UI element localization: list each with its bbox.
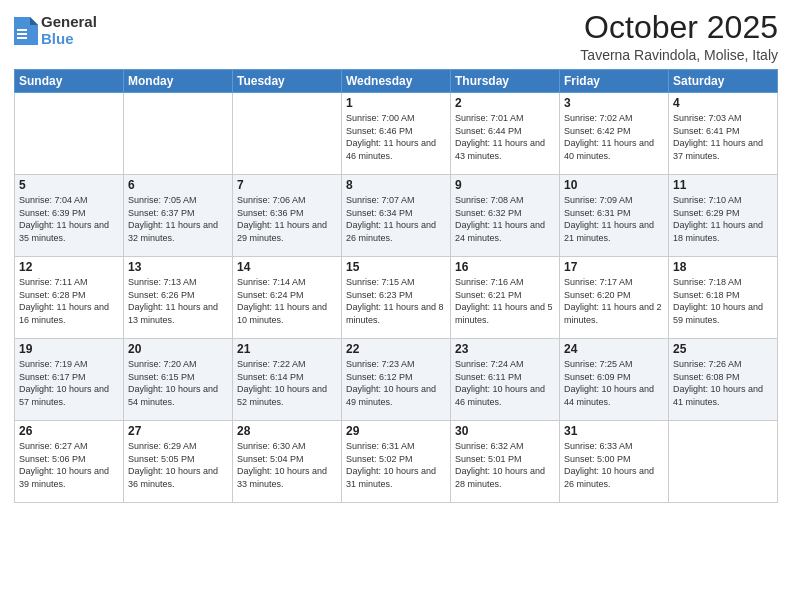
day-info: Sunrise: 6:27 AMSunset: 5:06 PMDaylight:…	[19, 440, 119, 490]
logo: General Blue	[14, 14, 97, 47]
logo-blue-text: Blue	[41, 31, 97, 48]
day-info: Sunrise: 7:23 AMSunset: 6:12 PMDaylight:…	[346, 358, 446, 408]
day-info: Sunrise: 7:04 AMSunset: 6:39 PMDaylight:…	[19, 194, 119, 244]
day-info: Sunrise: 7:05 AMSunset: 6:37 PMDaylight:…	[128, 194, 228, 244]
table-cell: 17Sunrise: 7:17 AMSunset: 6:20 PMDayligh…	[560, 257, 669, 339]
day-number: 2	[455, 96, 555, 110]
col-saturday: Saturday	[669, 70, 778, 93]
day-info: Sunrise: 7:00 AMSunset: 6:46 PMDaylight:…	[346, 112, 446, 162]
table-cell: 19Sunrise: 7:19 AMSunset: 6:17 PMDayligh…	[15, 339, 124, 421]
calendar-row: 19Sunrise: 7:19 AMSunset: 6:17 PMDayligh…	[15, 339, 778, 421]
calendar-row: 1Sunrise: 7:00 AMSunset: 6:46 PMDaylight…	[15, 93, 778, 175]
day-number: 26	[19, 424, 119, 438]
table-cell	[124, 93, 233, 175]
day-number: 15	[346, 260, 446, 274]
day-info: Sunrise: 7:19 AMSunset: 6:17 PMDaylight:…	[19, 358, 119, 408]
day-info: Sunrise: 7:11 AMSunset: 6:28 PMDaylight:…	[19, 276, 119, 326]
day-number: 13	[128, 260, 228, 274]
table-cell: 23Sunrise: 7:24 AMSunset: 6:11 PMDayligh…	[451, 339, 560, 421]
table-cell	[15, 93, 124, 175]
day-number: 19	[19, 342, 119, 356]
day-number: 12	[19, 260, 119, 274]
day-info: Sunrise: 7:26 AMSunset: 6:08 PMDaylight:…	[673, 358, 773, 408]
day-number: 7	[237, 178, 337, 192]
day-info: Sunrise: 7:17 AMSunset: 6:20 PMDaylight:…	[564, 276, 664, 326]
col-wednesday: Wednesday	[342, 70, 451, 93]
day-info: Sunrise: 7:14 AMSunset: 6:24 PMDaylight:…	[237, 276, 337, 326]
table-cell: 10Sunrise: 7:09 AMSunset: 6:31 PMDayligh…	[560, 175, 669, 257]
day-number: 3	[564, 96, 664, 110]
day-number: 5	[19, 178, 119, 192]
table-cell: 27Sunrise: 6:29 AMSunset: 5:05 PMDayligh…	[124, 421, 233, 503]
svg-rect-2	[17, 29, 27, 31]
table-cell: 30Sunrise: 6:32 AMSunset: 5:01 PMDayligh…	[451, 421, 560, 503]
day-info: Sunrise: 7:09 AMSunset: 6:31 PMDaylight:…	[564, 194, 664, 244]
table-cell: 6Sunrise: 7:05 AMSunset: 6:37 PMDaylight…	[124, 175, 233, 257]
table-cell: 18Sunrise: 7:18 AMSunset: 6:18 PMDayligh…	[669, 257, 778, 339]
day-number: 14	[237, 260, 337, 274]
day-number: 20	[128, 342, 228, 356]
day-number: 29	[346, 424, 446, 438]
svg-rect-3	[17, 33, 27, 35]
day-info: Sunrise: 6:33 AMSunset: 5:00 PMDaylight:…	[564, 440, 664, 490]
day-number: 9	[455, 178, 555, 192]
day-info: Sunrise: 7:08 AMSunset: 6:32 PMDaylight:…	[455, 194, 555, 244]
day-number: 10	[564, 178, 664, 192]
page: General Blue October 2025 Taverna Ravind…	[0, 0, 792, 612]
day-info: Sunrise: 6:31 AMSunset: 5:02 PMDaylight:…	[346, 440, 446, 490]
day-number: 22	[346, 342, 446, 356]
day-info: Sunrise: 6:29 AMSunset: 5:05 PMDaylight:…	[128, 440, 228, 490]
table-cell: 22Sunrise: 7:23 AMSunset: 6:12 PMDayligh…	[342, 339, 451, 421]
day-number: 28	[237, 424, 337, 438]
table-cell: 1Sunrise: 7:00 AMSunset: 6:46 PMDaylight…	[342, 93, 451, 175]
day-number: 24	[564, 342, 664, 356]
day-info: Sunrise: 7:15 AMSunset: 6:23 PMDaylight:…	[346, 276, 446, 326]
logo-general-text: General	[41, 14, 97, 31]
table-cell: 25Sunrise: 7:26 AMSunset: 6:08 PMDayligh…	[669, 339, 778, 421]
day-number: 30	[455, 424, 555, 438]
day-info: Sunrise: 7:16 AMSunset: 6:21 PMDaylight:…	[455, 276, 555, 326]
day-info: Sunrise: 7:06 AMSunset: 6:36 PMDaylight:…	[237, 194, 337, 244]
table-cell: 15Sunrise: 7:15 AMSunset: 6:23 PMDayligh…	[342, 257, 451, 339]
calendar: Sunday Monday Tuesday Wednesday Thursday…	[14, 69, 778, 503]
day-info: Sunrise: 7:10 AMSunset: 6:29 PMDaylight:…	[673, 194, 773, 244]
table-cell: 4Sunrise: 7:03 AMSunset: 6:41 PMDaylight…	[669, 93, 778, 175]
location-subtitle: Taverna Ravindola, Molise, Italy	[580, 47, 778, 63]
day-number: 21	[237, 342, 337, 356]
logo-text: General Blue	[41, 14, 97, 47]
day-number: 6	[128, 178, 228, 192]
day-info: Sunrise: 7:25 AMSunset: 6:09 PMDaylight:…	[564, 358, 664, 408]
day-info: Sunrise: 7:03 AMSunset: 6:41 PMDaylight:…	[673, 112, 773, 162]
table-cell: 3Sunrise: 7:02 AMSunset: 6:42 PMDaylight…	[560, 93, 669, 175]
table-cell: 5Sunrise: 7:04 AMSunset: 6:39 PMDaylight…	[15, 175, 124, 257]
table-cell: 9Sunrise: 7:08 AMSunset: 6:32 PMDaylight…	[451, 175, 560, 257]
header: General Blue October 2025 Taverna Ravind…	[14, 10, 778, 63]
day-number: 16	[455, 260, 555, 274]
day-info: Sunrise: 7:18 AMSunset: 6:18 PMDaylight:…	[673, 276, 773, 326]
table-cell: 29Sunrise: 6:31 AMSunset: 5:02 PMDayligh…	[342, 421, 451, 503]
svg-marker-1	[30, 17, 38, 25]
table-cell: 20Sunrise: 7:20 AMSunset: 6:15 PMDayligh…	[124, 339, 233, 421]
day-info: Sunrise: 7:22 AMSunset: 6:14 PMDaylight:…	[237, 358, 337, 408]
day-info: Sunrise: 7:02 AMSunset: 6:42 PMDaylight:…	[564, 112, 664, 162]
day-number: 11	[673, 178, 773, 192]
title-block: October 2025 Taverna Ravindola, Molise, …	[580, 10, 778, 63]
day-number: 31	[564, 424, 664, 438]
table-cell	[669, 421, 778, 503]
day-number: 23	[455, 342, 555, 356]
day-info: Sunrise: 6:32 AMSunset: 5:01 PMDaylight:…	[455, 440, 555, 490]
day-number: 27	[128, 424, 228, 438]
day-number: 17	[564, 260, 664, 274]
day-number: 25	[673, 342, 773, 356]
day-number: 18	[673, 260, 773, 274]
table-cell: 26Sunrise: 6:27 AMSunset: 5:06 PMDayligh…	[15, 421, 124, 503]
day-info: Sunrise: 7:07 AMSunset: 6:34 PMDaylight:…	[346, 194, 446, 244]
table-cell: 13Sunrise: 7:13 AMSunset: 6:26 PMDayligh…	[124, 257, 233, 339]
table-cell: 11Sunrise: 7:10 AMSunset: 6:29 PMDayligh…	[669, 175, 778, 257]
calendar-header-row: Sunday Monday Tuesday Wednesday Thursday…	[15, 70, 778, 93]
day-number: 4	[673, 96, 773, 110]
col-sunday: Sunday	[15, 70, 124, 93]
calendar-row: 5Sunrise: 7:04 AMSunset: 6:39 PMDaylight…	[15, 175, 778, 257]
table-cell: 14Sunrise: 7:14 AMSunset: 6:24 PMDayligh…	[233, 257, 342, 339]
day-number: 8	[346, 178, 446, 192]
